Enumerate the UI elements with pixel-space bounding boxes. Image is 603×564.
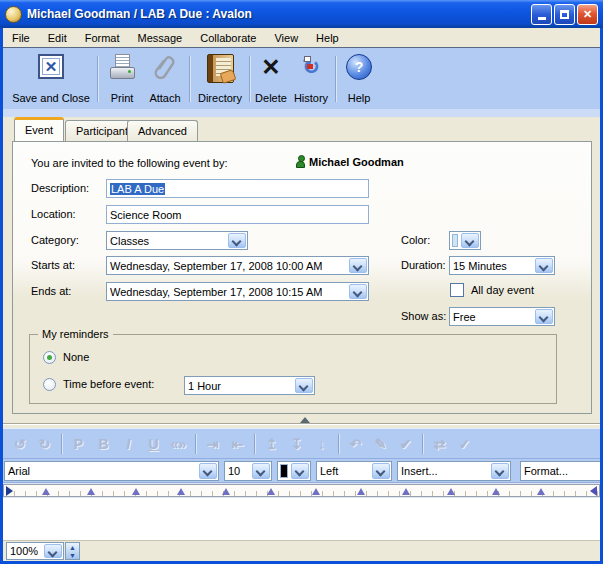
italic-icon[interactable]: I [116, 436, 141, 452]
reminder-time-radio[interactable] [43, 378, 56, 391]
menu-message[interactable]: Message [129, 30, 192, 46]
insert-select[interactable]: Insert... [397, 461, 511, 481]
help-icon: ? [346, 54, 372, 80]
menu-format[interactable]: Format [76, 30, 129, 46]
show-as-label: Show as: [401, 310, 446, 322]
all-day-checkbox[interactable] [450, 283, 464, 297]
quotes-icon[interactable]: «» [166, 436, 191, 452]
tab-stop-marker[interactable] [87, 488, 95, 495]
tab-event[interactable]: Event [14, 117, 64, 141]
tab-stop-marker[interactable] [132, 488, 140, 495]
text-color-select[interactable] [277, 461, 311, 481]
zoom-spinner[interactable]: ▲▼ [65, 542, 80, 560]
bold-icon[interactable]: B [91, 436, 116, 452]
space-below-icon[interactable]: ↧ [284, 436, 309, 452]
tab-stop-marker[interactable] [537, 488, 545, 495]
selected-text: LAB A Due [110, 183, 165, 195]
description-label: Description: [31, 182, 89, 194]
reminder-time-select[interactable]: 1 Hour [184, 376, 315, 395]
right-margin-marker[interactable] [590, 486, 597, 496]
starts-at-label: Starts at: [31, 259, 75, 271]
font-size-select[interactable]: 10 [224, 461, 272, 481]
menu-edit[interactable]: Edit [39, 30, 76, 46]
location-label: Location: [31, 208, 76, 220]
menubar: File Edit Format Message Collaborate Vie… [3, 28, 600, 48]
menu-help[interactable]: Help [307, 30, 348, 46]
save-and-close-button[interactable]: ✕ Save and Close [9, 54, 93, 104]
paragraph-icon[interactable]: P [66, 436, 91, 452]
minimize-icon [538, 17, 546, 20]
redo-icon[interactable]: ↻ [32, 436, 57, 452]
tab-stop-marker[interactable] [42, 488, 50, 495]
window-title: Michael Goodman / LAB A Due : Avalon [27, 7, 531, 21]
tab-stop-marker[interactable] [402, 488, 410, 495]
color-label: Color: [401, 234, 430, 246]
chevron-down-icon [295, 378, 313, 393]
description-input[interactable]: LAB A Due [106, 179, 369, 198]
menu-collaborate[interactable]: Collaborate [191, 30, 265, 46]
starts-at-select[interactable]: Wednesday, September 17, 2008 10:00 AM [106, 256, 369, 275]
chevron-down-icon [461, 233, 479, 248]
print-icon [108, 54, 136, 81]
format-select[interactable]: Format... [520, 461, 603, 481]
menu-file[interactable]: File [3, 30, 39, 46]
tab-stop-marker[interactable] [447, 488, 455, 495]
category-select[interactable]: Classes [106, 231, 248, 250]
chevron-down-icon [349, 258, 367, 273]
my-reminders-group: My reminders None Time before event: 1 H… [29, 334, 557, 404]
organizer-name: Michael Goodman [296, 155, 404, 168]
color-select[interactable] [449, 231, 481, 250]
pen-icon[interactable]: ✎ [368, 436, 393, 452]
spinner-up-icon[interactable]: ▲ [69, 544, 76, 551]
app-icon [5, 6, 22, 23]
approve-icon[interactable]: ✔ [393, 436, 418, 452]
menu-view[interactable]: View [265, 30, 307, 46]
close-button[interactable]: ✕ [577, 4, 598, 25]
left-margin-marker[interactable] [6, 486, 13, 496]
ends-at-select[interactable]: Wednesday, September 17, 2008 10:15 AM [106, 282, 369, 301]
reminder-none-label: None [63, 351, 89, 363]
revert-icon[interactable]: ↶ [343, 436, 368, 452]
help-button[interactable]: ? Help [341, 54, 377, 104]
zoom-select[interactable]: 100% [6, 542, 64, 560]
minimize-button[interactable] [531, 4, 552, 25]
tab-stop-marker[interactable] [222, 488, 230, 495]
titlebar[interactable]: Michael Goodman / LAB A Due : Avalon ✕ [0, 0, 603, 28]
underline-icon[interactable]: U [141, 436, 166, 452]
font-family-select[interactable]: Arial [4, 461, 219, 481]
status-bar: 100% ▲▼ [3, 540, 600, 562]
history-button[interactable]: ↻ History [290, 54, 332, 104]
insert-below-icon[interactable]: ↓ [309, 436, 334, 452]
directory-button[interactable]: Directory [193, 54, 247, 104]
spinner-down-icon[interactable]: ▼ [69, 552, 76, 559]
pane-splitter[interactable] [3, 414, 600, 428]
formatting-toolbar: ↺ ↻ P B I U «» ⇥ ⇤ ↥ ↧ ↓ ↶ ✎ ✔ ⇄ ✓ [3, 428, 600, 458]
outdent-icon[interactable]: ⇤ [225, 436, 250, 452]
tab-stop-marker[interactable] [177, 488, 185, 495]
align-select[interactable]: Left [316, 461, 392, 481]
reminder-none-radio[interactable] [43, 351, 56, 364]
indent-icon[interactable]: ⇥ [200, 436, 225, 452]
tab-stop-marker[interactable] [312, 488, 320, 495]
ruler[interactable] [3, 484, 600, 497]
tab-advanced[interactable]: Advanced [127, 120, 198, 141]
find-replace-icon[interactable]: ⇄ [427, 436, 452, 452]
maximize-button[interactable] [554, 4, 575, 25]
tab-stop-marker[interactable] [267, 488, 275, 495]
spellcheck-icon[interactable]: ✓ [452, 436, 477, 452]
font-toolbar: Arial 10 Left Insert... Format... [3, 458, 600, 483]
maximize-icon [560, 10, 569, 19]
location-input[interactable]: Science Room [106, 205, 369, 224]
duration-select[interactable]: 15 Minutes [449, 256, 555, 275]
attach-button[interactable]: Attach [144, 54, 186, 104]
tab-stop-marker[interactable] [492, 488, 500, 495]
reminder-time-label: Time before event: [63, 378, 154, 390]
space-above-icon[interactable]: ↥ [259, 436, 284, 452]
undo-icon[interactable]: ↺ [7, 436, 32, 452]
delete-button[interactable]: ✕ Delete [253, 54, 289, 104]
show-as-select[interactable]: Free [449, 307, 555, 326]
message-body[interactable] [3, 498, 600, 540]
print-button[interactable]: Print [103, 54, 141, 104]
text-color-swatch [280, 464, 288, 478]
tab-stop-marker[interactable] [357, 488, 365, 495]
